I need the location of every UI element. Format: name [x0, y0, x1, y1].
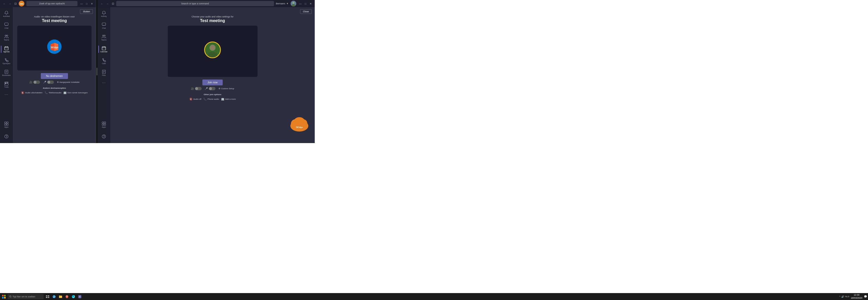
right-nav-buttons: ← →: [99, 1, 110, 6]
svg-point-14: [5, 135, 8, 138]
right-join-button[interactable]: Join now: [203, 79, 223, 86]
right-close-window-button[interactable]: ✕: [309, 2, 313, 6]
o365-watermark: 365tips: [289, 116, 307, 130]
right-chat-icon: [101, 22, 106, 27]
popout-icon[interactable]: ⊡: [14, 2, 17, 5]
right-sidebar-item-calls[interactable]: Calls: [98, 55, 110, 67]
right-other-options: Other join options 🔇 Audio off 📞 Phone a…: [116, 93, 310, 101]
left-user-avatar[interactable]: 365: [19, 1, 24, 6]
sidebar-item-files[interactable]: Bestanden: [1, 67, 12, 78]
files-label: Bestanden: [2, 74, 10, 76]
svg-point-29: [102, 135, 106, 138]
dropdown-arrow: ▼: [286, 2, 288, 5]
left-close-button[interactable]: Sluiten: [80, 9, 93, 14]
right-title-bar: ← → ⊡ Search or type a command Bernaers …: [97, 0, 315, 7]
left-meeting-prejoin: Sluiten Audio- en video-instellingen kie…: [13, 7, 96, 143]
right-mic-toggle: 🎤: [205, 87, 215, 90]
right-user-avatar[interactable]: [290, 1, 296, 6]
sidebar-item-activity[interactable]: Activiteit: [1, 8, 12, 20]
right-forward-button[interactable]: →: [105, 1, 110, 6]
sidebar-item-apps[interactable]: Apps: [1, 119, 12, 130]
right-video-switch[interactable]: [195, 87, 202, 90]
left-other-options: Andere deelnameopties 🔇 Audio uitschakel…: [18, 87, 91, 94]
more-button[interactable]: ···: [1, 91, 12, 98]
sidebar-item-trello[interactable]: Trello: [1, 79, 12, 90]
right-calendar-label: Calendar: [100, 51, 107, 53]
user-badge[interactable]: Bernaers ▼: [276, 2, 288, 5]
svg-point-3: [5, 35, 6, 36]
right-sidebar-item-calendar[interactable]: Calendar: [98, 43, 110, 55]
svg-text:365: 365: [20, 3, 23, 5]
right-restore-button[interactable]: □: [304, 2, 308, 6]
right-audio-off-icon: 🔇: [189, 98, 192, 101]
left-search-text: Zoek of typ een opdracht: [39, 2, 65, 5]
right-room-option[interactable]: 🏢 Add a room: [221, 98, 236, 101]
svg-point-33: [210, 45, 215, 50]
right-activity-icon: [101, 10, 106, 15]
right-chat-label: Chat: [102, 27, 106, 29]
sidebar-item-calls[interactable]: Oproepen: [1, 55, 12, 67]
svg-rect-20: [102, 23, 106, 25]
left-mic-toggle: 🎤: [43, 80, 54, 84]
close-window-button[interactable]: ✕: [90, 2, 94, 6]
right-popout-icon[interactable]: ⊡: [112, 2, 114, 5]
mic-switch[interactable]: [47, 80, 54, 84]
sidebar-item-teams[interactable]: Teams: [1, 32, 12, 43]
right-sidebar-item-help[interactable]: [98, 131, 110, 142]
room-label: Een ruimte toevoegen: [67, 92, 88, 94]
left-custom-setup[interactable]: ⚙ Aangepaste installatie: [57, 81, 80, 84]
sidebar-item-chat[interactable]: Chat: [1, 20, 12, 31]
audio-off-icon: 🔇: [21, 91, 24, 94]
svg-rect-12: [5, 124, 6, 125]
right-sidebar-item-apps[interactable]: Apps: [98, 119, 110, 130]
right-more-button[interactable]: ···: [98, 79, 110, 86]
right-room-label: Add a room: [225, 98, 236, 100]
right-apps-label: Apps: [102, 126, 106, 128]
sidebar-item-help[interactable]: [1, 131, 12, 142]
minimize-button[interactable]: —: [80, 2, 84, 6]
right-room-icon: 🏢: [221, 98, 224, 101]
right-close-button[interactable]: Close: [300, 9, 312, 14]
right-phone-audio-icon: 📞: [204, 98, 207, 101]
left-other-options-title: Andere deelnameopties: [18, 87, 91, 89]
left-phone-option[interactable]: 📞 Telefoonaudio: [44, 91, 62, 94]
svg-rect-23: [102, 47, 106, 50]
right-minimize-button[interactable]: —: [298, 2, 302, 6]
right-custom-setup[interactable]: ⚙ Custom Setup: [219, 88, 234, 90]
video-switch[interactable]: [33, 80, 40, 84]
svg-text:365tips: 365tips: [51, 46, 59, 49]
left-meeting-subtitle: Audio- en video-instellingen kiezen voor: [34, 15, 75, 18]
svg-rect-27: [102, 124, 104, 125]
right-audio-off-option[interactable]: 🔇 Audio off: [189, 98, 202, 101]
restore-button[interactable]: □: [85, 2, 89, 6]
right-sidebar-item-chat[interactable]: Chat: [98, 20, 110, 31]
more-dots: ···: [5, 92, 8, 96]
forward-button[interactable]: →: [8, 1, 12, 6]
right-sidebar-item-files[interactable]: Files: [98, 67, 110, 78]
right-mic-switch[interactable]: [209, 87, 215, 90]
left-room-option[interactable]: 🏢 Een ruimte toevoegen: [63, 91, 88, 94]
right-search-bar[interactable]: Search or type a command: [116, 1, 274, 6]
right-sidebar-item-teams[interactable]: Teams: [98, 32, 110, 43]
svg-point-31: [208, 52, 217, 58]
window-divider: [96, 0, 97, 143]
left-search-bar[interactable]: Zoek of typ een opdracht: [26, 1, 78, 6]
activity-label: Activiteit: [3, 15, 10, 17]
apps-icon: [4, 121, 9, 126]
teams-icon: [4, 34, 9, 39]
back-button[interactable]: ←: [2, 1, 7, 6]
svg-rect-2: [5, 23, 8, 25]
right-window-body: Activity Chat: [97, 7, 315, 143]
left-join-button[interactable]: Nu deelnemen: [41, 73, 68, 79]
right-sidebar-item-activity[interactable]: Activity: [98, 8, 110, 20]
trello-icon: [4, 81, 9, 86]
svg-rect-9: [7, 82, 8, 84]
phone-audio-label: Telefoonaudio: [49, 92, 62, 94]
left-audio-off-option[interactable]: 🔇 Audio uitschakelen: [21, 91, 42, 94]
right-back-button[interactable]: ←: [99, 1, 104, 6]
sidebar-item-calendar[interactable]: Agenda: [1, 43, 12, 55]
right-phone-option[interactable]: 📞 Phone audio: [204, 98, 219, 101]
svg-rect-28: [104, 124, 106, 125]
svg-rect-25: [102, 122, 104, 123]
trello-label: Trello: [4, 86, 8, 88]
